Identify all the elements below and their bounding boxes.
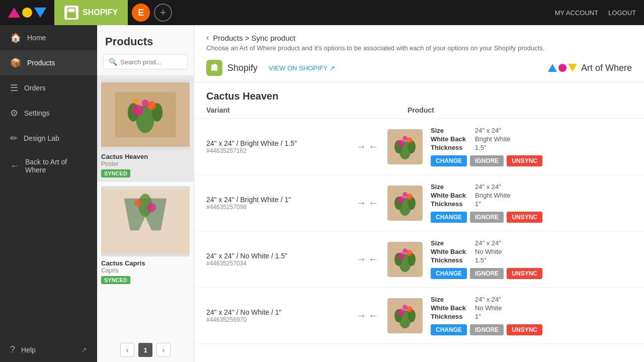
etsy-icon[interactable]: E <box>132 4 150 22</box>
product-type-1: Poster <box>101 160 190 167</box>
orders-icon: ☰ <box>10 82 18 94</box>
design-lab-icon: ✏ <box>10 133 18 144</box>
svg-point-12 <box>134 199 142 207</box>
next-page-button[interactable]: › <box>156 343 171 357</box>
svg-point-31 <box>397 252 405 259</box>
svg-point-7 <box>141 100 149 107</box>
product-card-cactus-capris[interactable]: Cactus Capris Capris SYNCED <box>97 182 194 289</box>
sidebar-item-help-label: Help <box>21 346 36 354</box>
main-layout: 🏠 Home 📦 Products ☰ Orders ⚙ Settings ✏ … <box>0 25 644 362</box>
unsync-button-3[interactable]: UNSYNC <box>507 324 542 335</box>
variant-row-2: 24" x 24" / No White / 1.5" #44635257034… <box>194 231 644 288</box>
arrow-left-2: ← <box>368 253 378 265</box>
product-name-1: Cactus Heaven <box>101 153 190 160</box>
action-buttons-3: CHANGE IGNoRe UNSYNC <box>431 324 632 335</box>
thickness-row-2: Thickness 1.5" <box>431 256 632 264</box>
sidebar: 🏠 Home 📦 Products ☰ Orders ⚙ Settings ✏ … <box>0 25 97 362</box>
arrow-left-1: ← <box>368 197 378 209</box>
ignore-button-2[interactable]: IGNORE <box>470 268 504 279</box>
product-thumb-3 <box>387 298 423 333</box>
products-panel-title: Products <box>97 25 194 54</box>
thickness-value-0: 1.5" <box>475 144 487 151</box>
product-match-3: Size 24" x 24" White Back No White Thick… <box>387 296 632 335</box>
change-button-2[interactable]: CHANGE <box>431 268 467 279</box>
ignore-button-3[interactable]: IGNoRe <box>470 324 504 335</box>
variant-name-1: 24" x 24" / Bright White / 1" <box>206 196 347 204</box>
sync-header: Shopify VIEW ON SHOPIFY ↗ Art of Where <box>194 60 644 82</box>
add-channel-button[interactable]: + <box>154 4 172 22</box>
home-icon: 🏠 <box>10 32 21 43</box>
action-buttons-0: CHANGE IGNORE UNSYNC <box>431 155 632 166</box>
search-bar[interactable]: 🔍 <box>103 54 188 69</box>
size-value-0: 24" x 24" <box>475 127 501 134</box>
sidebar-item-help[interactable]: ? Help ↗ <box>0 337 97 362</box>
size-label-1: Size <box>431 183 471 191</box>
variant-rows: 24" x 24" / Bright White / 1.5" #4463525… <box>194 119 644 344</box>
sidebar-item-design-lab[interactable]: ✏ Design Lab <box>0 126 97 151</box>
products-icon: 📦 <box>10 57 21 68</box>
product-badge-2: SYNCED <box>101 276 130 284</box>
logo-triangle-pink <box>8 8 20 18</box>
sidebar-item-products-label: Products <box>27 59 55 67</box>
sidebar-item-products[interactable]: 📦 Products <box>0 50 97 75</box>
svg-point-40 <box>403 305 408 310</box>
arrow-right-2: → <box>356 253 366 265</box>
svg-point-19 <box>403 136 408 141</box>
size-value-3: 24" x 24" <box>475 296 501 303</box>
action-buttons-2: CHANGE IGNORE UNSYNC <box>431 268 632 279</box>
product-details-3: Size 24" x 24" White Back No White Thick… <box>431 296 632 335</box>
ignore-button-1[interactable]: IGNORE <box>470 212 504 223</box>
unsync-button-2[interactable]: UNSYNC <box>507 268 542 279</box>
unsync-button-0[interactable]: UNSYNC <box>507 155 542 166</box>
prev-page-button[interactable]: ‹ <box>120 343 134 357</box>
size-label-3: Size <box>431 296 471 303</box>
action-buttons-1: CHANGE IGNORE UNSYNC <box>431 212 632 223</box>
unsync-button-1[interactable]: UNSYNC <box>507 212 542 223</box>
change-button-3[interactable]: CHANGE <box>431 324 467 335</box>
logo-triangle-blue <box>34 8 46 18</box>
breadcrumb-text: Products > Sync product <box>213 34 295 42</box>
view-on-shopify-link[interactable]: VIEW ON SHOPIFY ↗ <box>269 64 335 72</box>
size-label-2: Size <box>431 239 471 247</box>
variant-row-3: 24" x 24" / No White / 1" #44635256970 →… <box>194 288 644 344</box>
aow-brand-name: Art of Where <box>581 63 632 73</box>
thickness-value-2: 1.5" <box>475 256 487 264</box>
whiteback-value-1: Bright White <box>475 192 511 199</box>
change-button-1[interactable]: CHANGE <box>431 212 467 223</box>
search-icon: 🔍 <box>109 58 117 66</box>
sidebar-item-back[interactable]: ← Back to Art of Where <box>0 151 97 181</box>
products-panel: Products 🔍 <box>97 25 194 362</box>
product-match-2: Size 24" x 24" White Back No White Thick… <box>387 239 632 279</box>
shopify-tab[interactable]: SHOPIFY <box>54 0 128 25</box>
top-nav: SHOPIFY E + MY ACCOUNT LOGOUT <box>0 0 644 25</box>
sync-arrows-2: → ← <box>347 253 387 265</box>
product-column-header: Product <box>408 106 434 114</box>
sidebar-item-home[interactable]: 🏠 Home <box>0 25 97 50</box>
sidebar-item-orders[interactable]: ☰ Orders <box>0 75 97 101</box>
product-badge-1: SYNCED <box>101 169 130 177</box>
whiteback-value-2: No White <box>475 248 502 255</box>
sidebar-item-settings[interactable]: ⚙ Settings <box>0 101 97 126</box>
thickness-label-3: Thickness <box>431 313 471 320</box>
whiteback-label-1: White Back <box>431 192 471 199</box>
my-account-link[interactable]: MY ACCOUNT <box>555 9 598 17</box>
sync-arrows-0: → ← <box>347 141 387 152</box>
svg-point-24 <box>397 196 405 203</box>
variant-id-2: #44635257034 <box>206 260 347 267</box>
change-button-0[interactable]: CHANGE <box>431 155 467 166</box>
variant-name-2: 24" x 24" / No White / 1.5" <box>206 252 347 260</box>
back-button[interactable]: ‹ <box>206 33 209 42</box>
column-headers: Variant Product <box>194 106 644 119</box>
back-icon: ← <box>10 161 19 171</box>
help-icon: ? <box>10 344 15 355</box>
variant-row-1: 24" x 24" / Bright White / 1" #446352570… <box>194 175 644 231</box>
whiteback-value-0: Bright White <box>475 135 511 143</box>
product-card-cactus-heaven[interactable]: Cactus Heaven Poster SYNCED <box>97 75 194 182</box>
ignore-button-0[interactable]: IGNORE <box>470 155 504 166</box>
search-input[interactable] <box>120 58 182 66</box>
svg-point-26 <box>403 192 408 197</box>
svg-point-11 <box>147 203 156 212</box>
product-type-2: Capris <box>101 267 190 274</box>
thickness-row-0: Thickness 1.5" <box>431 144 632 151</box>
logout-link[interactable]: LOGOUT <box>608 9 636 17</box>
